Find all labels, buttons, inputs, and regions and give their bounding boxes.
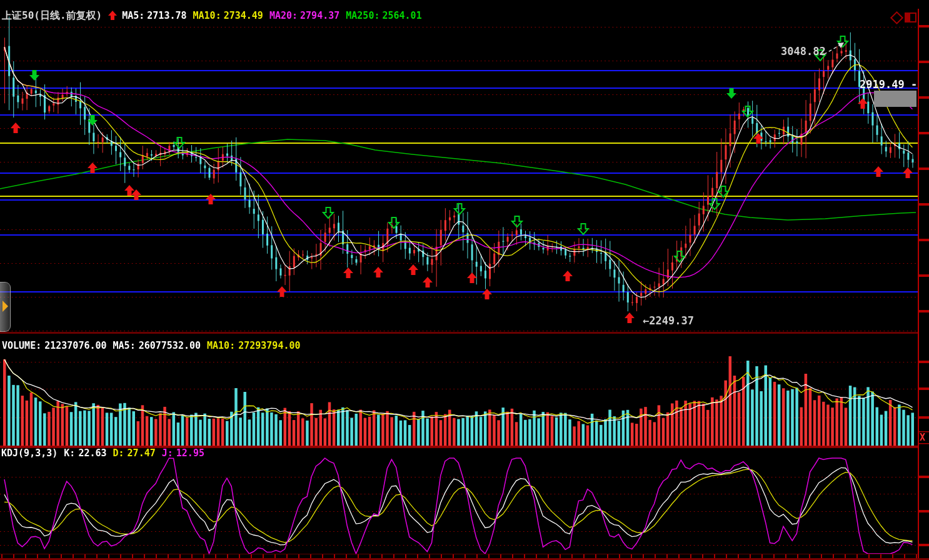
vol-ma5-label: MA5: <box>113 340 136 351</box>
vol-ma5-value: 26077532.00 <box>139 340 201 351</box>
current-price-tag-box <box>874 91 916 107</box>
bottom-price-label: ←2249.37 <box>643 314 694 327</box>
current-price-label: 2919.49 - <box>860 78 917 91</box>
ma250-label: MA250: <box>346 10 379 21</box>
chart-canvas[interactable] <box>0 0 929 560</box>
drawer-arrow-icon <box>3 301 8 312</box>
kdj-pane-header: KDJ(9,3,3)K:22.63D:27.47J:12.95 <box>1 448 211 459</box>
split-window-icon[interactable] <box>905 12 916 22</box>
kdj-j-label: J: <box>162 448 173 459</box>
ma20-label: MA20: <box>269 10 298 21</box>
instrument-title: 上证50(日线.前复权) <box>2 9 102 21</box>
volume-value: 21237076.00 <box>44 340 106 351</box>
ma10-value: 2734.49 <box>224 10 263 21</box>
ma5-value: 2713.78 <box>147 10 186 21</box>
ma5-label: MA5: <box>122 10 144 21</box>
kdj-title: KDJ(9,3,3) <box>1 448 58 459</box>
kdj-d-label: D: <box>113 448 124 459</box>
kdj-j-value: 12.95 <box>176 448 204 459</box>
vol-ma10-label: MA10: <box>207 340 235 351</box>
up-arrow-icon <box>108 11 117 20</box>
main-pane-header: 上证50(日线.前复权)MA5:2713.78MA10:2734.49MA20:… <box>2 9 428 22</box>
kdj-k-label: K: <box>64 448 75 459</box>
ma20-value: 2794.37 <box>300 10 339 21</box>
peak-price-label: 3048.82 <box>781 45 826 58</box>
kdj-k-value: 22.63 <box>78 448 106 459</box>
ma10-label: MA10: <box>193 10 221 21</box>
trading-app-window: 上证50(日线.前复权)MA5:2713.78MA10:2734.49MA20:… <box>0 0 929 560</box>
left-drawer-handle[interactable] <box>0 282 11 332</box>
vol-ma10-value: 27293794.00 <box>238 340 300 351</box>
kdj-d-value: 27.47 <box>128 448 156 459</box>
volume-pane-header: VOLUME:21237076.00MA5:26077532.00MA10:27… <box>2 340 307 351</box>
ma250-value: 2564.01 <box>382 10 421 21</box>
volume-label: VOLUME: <box>2 340 41 351</box>
close-pane-x-button[interactable]: X <box>920 432 925 443</box>
